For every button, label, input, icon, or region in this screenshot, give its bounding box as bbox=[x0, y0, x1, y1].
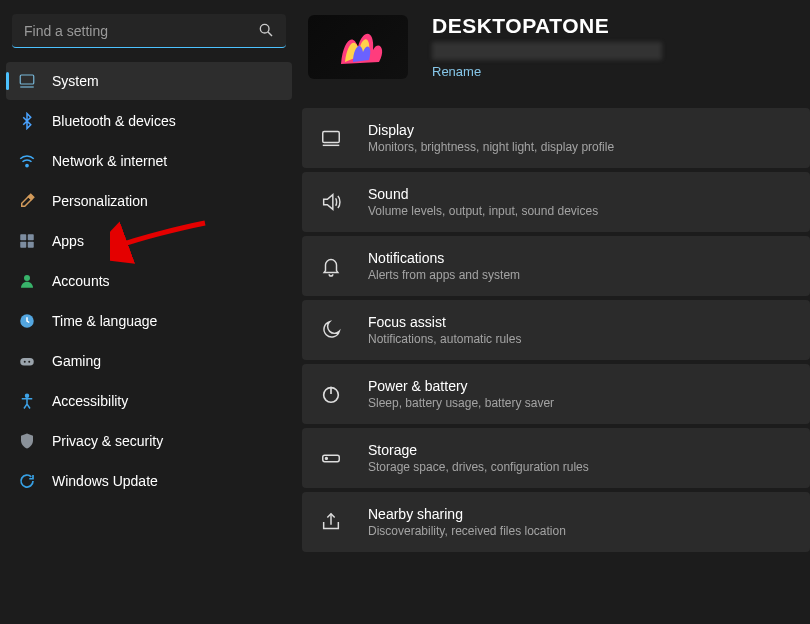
sidebar-item-bluetooth[interactable]: Bluetooth & devices bbox=[6, 102, 292, 140]
card-title: Focus assist bbox=[368, 314, 521, 330]
sidebar-item-accounts[interactable]: Accounts bbox=[6, 262, 292, 300]
settings-sidebar: System Bluetooth & devices Network & int… bbox=[0, 0, 300, 624]
svg-point-12 bbox=[24, 361, 26, 363]
card-desc: Sleep, battery usage, battery saver bbox=[368, 396, 554, 410]
sidebar-item-label: Network & internet bbox=[52, 153, 167, 169]
device-name: DESKTOPATONE bbox=[432, 14, 662, 38]
nav-list: System Bluetooth & devices Network & int… bbox=[4, 62, 294, 500]
sidebar-item-apps[interactable]: Apps bbox=[6, 222, 292, 260]
svg-point-9 bbox=[24, 275, 30, 281]
card-title: Storage bbox=[368, 442, 589, 458]
svg-point-14 bbox=[26, 394, 29, 397]
card-nearby-sharing[interactable]: Nearby sharing Discoverability, received… bbox=[302, 492, 810, 552]
svg-rect-2 bbox=[20, 75, 34, 84]
sidebar-item-label: Bluetooth & devices bbox=[52, 113, 176, 129]
sidebar-item-label: Apps bbox=[52, 233, 84, 249]
svg-rect-11 bbox=[20, 358, 34, 366]
card-sound[interactable]: Sound Volume levels, output, input, soun… bbox=[302, 172, 810, 232]
sidebar-item-privacy[interactable]: Privacy & security bbox=[6, 422, 292, 460]
card-desc: Discoverability, received files location bbox=[368, 524, 566, 538]
sidebar-item-personalization[interactable]: Personalization bbox=[6, 182, 292, 220]
system-cards-list: Display Monitors, brightness, night ligh… bbox=[300, 108, 810, 552]
card-focus-assist[interactable]: Focus assist Notifications, automatic ru… bbox=[302, 300, 810, 360]
card-power-battery[interactable]: Power & battery Sleep, battery usage, ba… bbox=[302, 364, 810, 424]
rename-link[interactable]: Rename bbox=[432, 64, 481, 79]
card-desc: Storage space, drives, configuration rul… bbox=[368, 460, 589, 474]
sidebar-item-gaming[interactable]: Gaming bbox=[6, 342, 292, 380]
search-container bbox=[12, 14, 286, 48]
card-notifications[interactable]: Notifications Alerts from apps and syste… bbox=[302, 236, 810, 296]
sidebar-item-label: Accounts bbox=[52, 273, 110, 289]
sidebar-item-label: Gaming bbox=[52, 353, 101, 369]
device-info: DESKTOPATONE Rename bbox=[432, 14, 662, 80]
svg-point-4 bbox=[26, 164, 28, 166]
svg-line-1 bbox=[268, 32, 272, 36]
svg-point-0 bbox=[260, 24, 269, 33]
card-desc: Alerts from apps and system bbox=[368, 268, 520, 282]
shield-icon bbox=[18, 432, 36, 450]
svg-rect-15 bbox=[323, 132, 340, 143]
display-icon bbox=[320, 127, 342, 149]
sidebar-item-label: System bbox=[52, 73, 99, 89]
sidebar-item-network[interactable]: Network & internet bbox=[6, 142, 292, 180]
accessibility-icon bbox=[18, 392, 36, 410]
wifi-icon bbox=[18, 152, 36, 170]
card-title: Display bbox=[368, 122, 614, 138]
system-header: DESKTOPATONE Rename bbox=[308, 14, 810, 80]
svg-rect-5 bbox=[20, 234, 26, 240]
card-storage[interactable]: Storage Storage space, drives, configura… bbox=[302, 428, 810, 488]
card-desc: Volume levels, output, input, sound devi… bbox=[368, 204, 598, 218]
card-title: Sound bbox=[368, 186, 598, 202]
main-panel: DESKTOPATONE Rename Display Monitors, br… bbox=[300, 0, 810, 624]
device-model-blurred bbox=[432, 42, 662, 60]
svg-rect-8 bbox=[28, 242, 34, 248]
sidebar-item-label: Windows Update bbox=[52, 473, 158, 489]
sidebar-item-windows-update[interactable]: Windows Update bbox=[6, 462, 292, 500]
card-display[interactable]: Display Monitors, brightness, night ligh… bbox=[302, 108, 810, 168]
bluetooth-icon bbox=[18, 112, 36, 130]
power-icon bbox=[320, 383, 342, 405]
user-icon bbox=[18, 272, 36, 290]
gaming-icon bbox=[18, 352, 36, 370]
share-icon bbox=[320, 511, 342, 533]
svg-point-13 bbox=[28, 361, 30, 363]
bell-icon bbox=[320, 255, 342, 277]
sidebar-item-system[interactable]: System bbox=[6, 62, 292, 100]
storage-icon bbox=[320, 447, 342, 469]
system-icon bbox=[18, 72, 36, 90]
apps-icon bbox=[18, 232, 36, 250]
sidebar-item-label: Personalization bbox=[52, 193, 148, 209]
sidebar-item-label: Privacy & security bbox=[52, 433, 163, 449]
sidebar-item-time-language[interactable]: Time & language bbox=[6, 302, 292, 340]
desktop-wallpaper-thumbnail bbox=[308, 15, 408, 79]
card-title: Notifications bbox=[368, 250, 520, 266]
card-title: Nearby sharing bbox=[368, 506, 566, 522]
moon-icon bbox=[320, 319, 342, 341]
search-input[interactable] bbox=[12, 14, 286, 48]
sidebar-item-label: Time & language bbox=[52, 313, 157, 329]
card-title: Power & battery bbox=[368, 378, 554, 394]
sidebar-item-label: Accessibility bbox=[52, 393, 128, 409]
svg-rect-7 bbox=[20, 242, 26, 248]
svg-point-20 bbox=[326, 458, 328, 460]
sound-icon bbox=[320, 191, 342, 213]
card-desc: Monitors, brightness, night light, displ… bbox=[368, 140, 614, 154]
card-desc: Notifications, automatic rules bbox=[368, 332, 521, 346]
svg-rect-6 bbox=[28, 234, 34, 240]
update-icon bbox=[18, 472, 36, 490]
sidebar-item-accessibility[interactable]: Accessibility bbox=[6, 382, 292, 420]
clock-icon bbox=[18, 312, 36, 330]
search-icon bbox=[258, 22, 274, 38]
brush-icon bbox=[18, 192, 36, 210]
